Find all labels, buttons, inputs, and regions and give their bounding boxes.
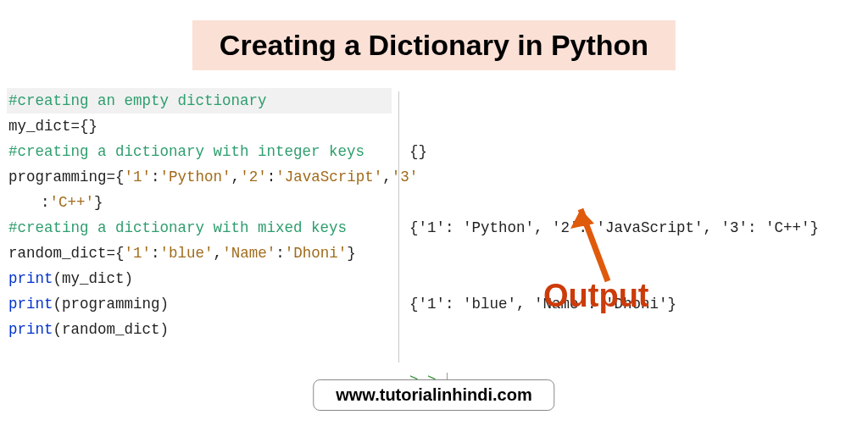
token: 'Name'	[222, 245, 275, 262]
token: 'JavaScript'	[275, 169, 382, 185]
code-line: random_dict={'1':'blue','Name':'Dhoni'}	[7, 241, 392, 266]
token: print	[8, 321, 53, 338]
token: 'C++'	[50, 194, 95, 211]
output-line: {}	[409, 139, 858, 164]
token: '2'	[240, 169, 267, 185]
token: ,	[214, 245, 223, 262]
token: my_dict	[8, 118, 71, 135]
token: =	[107, 169, 116, 185]
code-line: print(random_dict)	[7, 317, 392, 342]
token: 'Dhoni'	[285, 245, 348, 262]
code-line: #creating a dictionary with integer keys	[7, 139, 392, 164]
code-line: :'C++'}	[7, 190, 392, 215]
token: :	[151, 245, 160, 262]
token: (programming)	[53, 296, 170, 313]
token: print	[8, 270, 53, 287]
code-line: #creating an empty dictionary	[7, 88, 392, 113]
code-comment: #creating a dictionary with integer keys	[8, 143, 364, 160]
code-comment: #creating a dictionary with mixed keys	[8, 219, 347, 236]
token: print	[8, 296, 53, 313]
token: ,	[231, 169, 241, 185]
token: random_dict	[8, 245, 107, 262]
token: (random_dict)	[53, 321, 170, 338]
output-label: Output	[543, 283, 649, 308]
token: }	[94, 194, 103, 211]
token: :	[267, 169, 276, 185]
token: 'Python'	[160, 169, 231, 185]
content-area: #creating an empty dictionary my_dict={}…	[0, 88, 868, 368]
token: :	[41, 194, 50, 211]
page-title: Creating a Dictionary in Python	[192, 20, 676, 70]
token: =	[107, 245, 116, 262]
code-comment: #creating an empty dictionary	[8, 92, 267, 109]
token: :	[151, 169, 160, 185]
token: '1'	[125, 169, 152, 185]
code-pane: #creating an empty dictionary my_dict={}…	[0, 88, 398, 368]
token: {	[115, 169, 125, 185]
token: }	[347, 245, 356, 262]
output-pane: {} {'1': 'Python', '2': 'JavaScript', '3…	[399, 88, 868, 368]
token: {	[115, 245, 125, 262]
code-line: #creating a dictionary with mixed keys	[7, 215, 392, 241]
code-line: programming={'1':'Python','2':'JavaScrip…	[7, 164, 392, 190]
token: programming	[8, 169, 107, 185]
token: =	[71, 118, 81, 135]
code-line: my_dict={}	[7, 113, 392, 139]
code-line: print(programming)	[7, 291, 392, 317]
token: :	[275, 245, 285, 262]
token: 'blue'	[160, 245, 214, 262]
token: {}	[80, 118, 97, 135]
output-line: {'1': 'Python', '2': 'JavaScript', '3': …	[409, 215, 858, 241]
token: '1'	[125, 245, 152, 262]
code-line: print(my_dict)	[7, 266, 392, 291]
token: (my_dict)	[53, 270, 134, 287]
token: ,	[382, 169, 392, 185]
footer-url-badge: www.tutorialinhindi.com	[313, 379, 554, 411]
